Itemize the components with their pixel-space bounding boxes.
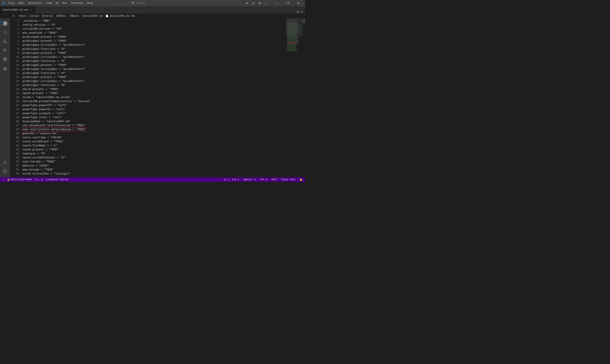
code-line[interactable]: cpuid.coresPerSocket = "2" <box>23 156 286 160</box>
code-line[interactable]: pciBridge4.present = "TRUE" <box>23 39 286 43</box>
activity-account[interactable] <box>1 158 9 167</box>
activity-search[interactable] <box>1 28 9 37</box>
code-line[interactable]: usb.restrictions.defaultAllow = "TRUE" <box>23 128 286 131</box>
code-area[interactable]: 1234567891011121314151617181920212223242… <box>10 18 305 177</box>
code-line[interactable]: mks.enable3d = "TRUE" <box>23 31 286 35</box>
code-line[interactable]: guestOS = "ubuntu-64" <box>23 131 286 136</box>
code-line[interactable]: pciBridge7.virtualDev = "pcieRootPort" <box>23 79 286 83</box>
tab-close-button[interactable]: × <box>30 8 33 12</box>
code-line[interactable]: pciBridge5.present = "TRUE" <box>23 51 286 55</box>
breadcrumb-item-users[interactable]: Users <box>19 15 27 18</box>
code-line[interactable]: virtualHW.productCompatibility = "hosted… <box>23 99 286 103</box>
code-line[interactable]: sound.present = "TRUE" <box>23 148 286 152</box>
code-line[interactable]: sound.fileName = "-1" <box>23 143 286 148</box>
close-button[interactable]: ✕ <box>294 0 303 6</box>
minimap[interactable] <box>286 18 303 177</box>
code-line[interactable]: tools.syncTime = "FALSE" <box>23 136 286 140</box>
more-actions-button[interactable]: ••• <box>300 10 303 13</box>
breadcrumb-item-vm[interactable]: ubuntu1604.vm <box>82 15 102 18</box>
menu-terminal[interactable]: Terminal <box>69 1 85 5</box>
code-lines[interactable]: .encoding = "GBK"config.version = "8"vir… <box>21 18 286 177</box>
activity-run[interactable] <box>1 46 9 54</box>
code-line[interactable]: hpet0.present = "TRUE" <box>23 91 286 95</box>
encoding-button[interactable]: UTF-8 <box>260 177 268 182</box>
line-number: 19 <box>14 91 19 95</box>
line-number: 37 <box>14 164 19 168</box>
code-line[interactable]: powerType.reset = "soft" <box>23 115 286 119</box>
code-line[interactable]: .encoding = "GBK" <box>23 19 286 23</box>
code-line[interactable]: mem.hotadd = "TRUE" <box>23 168 286 172</box>
code-line[interactable]: displayName = "ubuntu1604.vm" <box>23 119 286 123</box>
line-number: 12 <box>14 63 19 67</box>
split-editor-button[interactable]: ⊞ <box>244 1 250 6</box>
code-line[interactable]: nvram = "ubuntu1604.vm.nvram" <box>23 95 286 99</box>
menu-edit[interactable]: Edit <box>17 1 26 5</box>
activity-remote[interactable] <box>1 65 9 73</box>
minimap-slider[interactable] <box>286 18 303 35</box>
code-line[interactable]: memsize = "8192" <box>23 164 286 168</box>
code-line[interactable]: powerType.powerOff = "soft" <box>23 103 286 107</box>
code-line[interactable]: pciBridge6.functions = "8" <box>23 71 286 75</box>
code-line[interactable]: pciBridge4.virtualDev = "pcieRootPort" <box>23 43 286 47</box>
code-line[interactable]: vmci0.present = "TRUE" <box>23 87 286 91</box>
active-tab[interactable]: ubuntu1604.vm.vmx × <box>0 6 36 13</box>
code-line[interactable]: powerType.powerOn = "soft" <box>23 107 286 111</box>
code-line[interactable]: pciBridge4.functions = "8" <box>23 47 286 51</box>
line-number: 3 <box>14 27 19 31</box>
line-number: 26 <box>14 119 19 123</box>
code-line[interactable]: powerType.suspend = "soft" <box>23 111 286 115</box>
menu-go[interactable]: Go <box>54 1 60 5</box>
activity-explorer[interactable] <box>1 19 9 28</box>
customize-layout-button[interactable]: ⋮⋮ <box>263 1 269 6</box>
code-line[interactable]: usb.vbluetooth.startConnected = "TRUE" <box>23 123 286 128</box>
code-line[interactable]: virtualHW.version = "20" <box>23 27 286 31</box>
breadcrumb-item-c[interactable]: C: <box>13 15 16 18</box>
code-line[interactable]: sound.autoDetect = "TRUE" <box>23 140 286 143</box>
breadcrumb-item-filename[interactable]: ubuntu1604.vm.vmx <box>109 15 135 18</box>
split-editor-tab-button[interactable]: ⊞ <box>297 10 299 13</box>
code-line[interactable]: scsi0.virtualDev = "lsilogic" <box>23 172 286 176</box>
toggle-sidebar-button[interactable]: ⊠ <box>257 1 263 6</box>
menu-run[interactable]: Run <box>61 1 69 5</box>
code-line[interactable]: config.version = "8" <box>23 23 286 27</box>
breadcrumb-item-klelee[interactable]: klelee <box>30 15 39 18</box>
tabnine-button[interactable]: ◈ tabnine starter <box>45 177 70 182</box>
activity-source-control[interactable] <box>1 37 9 46</box>
menu-selection[interactable]: Selection <box>27 1 44 5</box>
line-number: 25 <box>14 115 19 119</box>
scrollbar[interactable] <box>303 18 305 177</box>
breadcrumb-item-imx6ull[interactable]: IMX6ULL <box>56 15 67 18</box>
nav-forward-button[interactable]: › <box>121 1 127 6</box>
breadcrumb-item-desktop[interactable]: Desktop <box>42 15 53 18</box>
notifications-button[interactable]: 🔔 <box>299 177 303 182</box>
indentation[interactable]: Spaces: 4 <box>243 177 257 182</box>
language-mode-button[interactable]: Plain Text <box>280 177 296 182</box>
code-line[interactable]: pciBridge7.present = "TRUE" <box>23 75 286 79</box>
line-ending-button[interactable]: CRLF <box>271 177 278 182</box>
line-ending-label: CRLF <box>272 178 277 181</box>
menu-help[interactable]: Help <box>85 1 95 5</box>
breadcrumb-item-vmware[interactable]: VMware <box>70 15 79 18</box>
restricted-mode-button[interactable]: 🔒 Restricted Mode <box>6 177 32 182</box>
svg-rect-48 <box>287 44 298 44</box>
code-line[interactable]: pciBridge5.functions = "8" <box>23 59 286 63</box>
search-bar[interactable]: 🔍 Search <box>130 1 241 5</box>
nav-back-button[interactable]: ‹ <box>116 1 120 6</box>
toggle-panel-button[interactable]: ⊟ <box>250 1 256 6</box>
remote-indicator[interactable]: ⚡ <box>2 177 5 182</box>
code-line[interactable]: pciBridge5.virtualDev = "pcieRootPort" <box>23 55 286 59</box>
maximize-button[interactable]: ❐ <box>283 0 293 6</box>
code-line[interactable]: pciBridge6.present = "TRUE" <box>23 63 286 67</box>
code-line[interactable]: numvcpus = "8" <box>23 152 286 156</box>
activity-settings[interactable] <box>1 167 9 176</box>
activity-extensions[interactable] <box>1 55 9 63</box>
menu-view[interactable]: View <box>44 1 53 5</box>
code-line[interactable]: pciBridge0.present = "TRUE" <box>23 35 286 39</box>
menu-file[interactable]: File <box>7 1 16 5</box>
code-line[interactable]: vcpu.hotadd = "TRUE" <box>23 160 286 164</box>
cursor-position[interactable]: Ln 1, Col 1 <box>223 177 240 182</box>
code-line[interactable]: pciBridge6.virtualDev = "pcieRootPort" <box>23 67 286 71</box>
code-line[interactable]: pciBridge7.functions = "8" <box>23 83 286 87</box>
errors-warnings[interactable]: ✕ 0 ⚠ 0 <box>34 177 44 182</box>
minimize-button[interactable]: — <box>273 0 282 6</box>
